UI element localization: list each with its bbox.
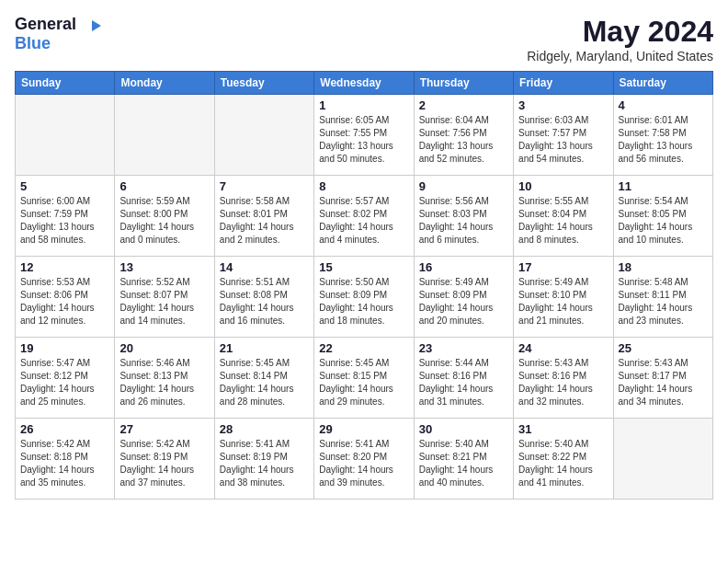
cell-w1-d6: 11 Sunrise: 5:54 AM Sunset: 8:05 PM Dayl… (613, 176, 712, 257)
day-daylight: Daylight: 14 hours and 26 minutes. (119, 383, 209, 408)
day-daylight: Daylight: 14 hours and 37 minutes. (119, 464, 209, 489)
day-number: 15 (319, 260, 408, 274)
day-sunset: Sunset: 8:16 PM (518, 370, 608, 383)
day-number: 28 (220, 422, 309, 436)
cell-w2-d3: 15 Sunrise: 5:50 AM Sunset: 8:09 PM Dayl… (314, 257, 414, 338)
header-wednesday: Wednesday (314, 72, 414, 95)
header-saturday: Saturday (613, 72, 712, 95)
week-row-2: 12 Sunrise: 5:53 AM Sunset: 8:06 PM Dayl… (16, 257, 713, 338)
day-daylight: Daylight: 14 hours and 23 minutes. (619, 302, 708, 327)
cell-w2-d1: 13 Sunrise: 5:52 AM Sunset: 8:07 PM Dayl… (115, 257, 214, 338)
day-number: 13 (119, 260, 209, 274)
cell-w3-d6: 25 Sunrise: 5:43 AM Sunset: 8:17 PM Dayl… (613, 338, 712, 419)
cell-w2-d2: 14 Sunrise: 5:51 AM Sunset: 8:08 PM Dayl… (214, 257, 313, 338)
day-daylight: Daylight: 13 hours and 58 minutes. (20, 221, 109, 247)
day-number: 11 (619, 179, 708, 193)
day-sunrise: Sunrise: 5:43 AM (619, 357, 708, 370)
day-sunrise: Sunrise: 5:49 AM (419, 276, 508, 289)
day-daylight: Daylight: 14 hours and 38 minutes. (220, 464, 309, 489)
day-sunrise: Sunrise: 5:58 AM (220, 195, 309, 208)
logo-icon (81, 18, 101, 33)
day-number: 4 (619, 98, 708, 112)
day-daylight: Daylight: 14 hours and 39 minutes. (319, 464, 408, 489)
day-daylight: Daylight: 14 hours and 16 minutes. (220, 302, 309, 327)
day-sunrise: Sunrise: 6:05 AM (319, 114, 408, 127)
cell-w2-d0: 12 Sunrise: 5:53 AM Sunset: 8:06 PM Dayl… (16, 257, 115, 338)
day-sunrise: Sunrise: 5:52 AM (119, 276, 209, 289)
day-number: 8 (319, 179, 408, 193)
cell-w1-d5: 10 Sunrise: 5:55 AM Sunset: 8:04 PM Dayl… (514, 176, 613, 257)
page-header: General Blue May 2024 Ridgely, Maryland,… (15, 15, 713, 63)
day-daylight: Daylight: 14 hours and 31 minutes. (419, 383, 508, 408)
header-thursday: Thursday (414, 72, 513, 95)
calendar-subtitle: Ridgely, Maryland, United States (527, 49, 713, 63)
day-daylight: Daylight: 14 hours and 32 minutes. (518, 383, 608, 408)
cell-w3-d1: 20 Sunrise: 5:46 AM Sunset: 8:13 PM Dayl… (115, 338, 214, 419)
cell-w0-d3: 1 Sunrise: 6:05 AM Sunset: 7:55 PM Dayli… (314, 95, 414, 176)
day-sunrise: Sunrise: 5:44 AM (419, 357, 508, 370)
day-sunset: Sunset: 7:59 PM (20, 208, 109, 221)
day-number: 2 (419, 98, 508, 112)
day-sunrise: Sunrise: 5:57 AM (319, 195, 408, 208)
day-sunset: Sunset: 8:16 PM (419, 370, 508, 383)
day-sunrise: Sunrise: 5:42 AM (119, 438, 209, 451)
day-daylight: Daylight: 14 hours and 10 minutes. (619, 221, 708, 247)
day-sunset: Sunset: 8:21 PM (419, 451, 508, 464)
day-sunset: Sunset: 8:17 PM (619, 370, 708, 383)
cell-w0-d1 (115, 95, 214, 176)
day-sunset: Sunset: 8:07 PM (119, 289, 209, 302)
day-daylight: Daylight: 14 hours and 4 minutes. (319, 221, 408, 247)
cell-w4-d2: 28 Sunrise: 5:41 AM Sunset: 8:19 PM Dayl… (214, 419, 313, 500)
day-sunrise: Sunrise: 5:53 AM (20, 276, 109, 289)
week-row-0: 1 Sunrise: 6:05 AM Sunset: 7:55 PM Dayli… (16, 95, 713, 176)
cell-w0-d4: 2 Sunrise: 6:04 AM Sunset: 7:56 PM Dayli… (414, 95, 513, 176)
day-sunset: Sunset: 8:04 PM (518, 208, 608, 221)
day-number: 1 (319, 98, 408, 112)
day-daylight: Daylight: 14 hours and 2 minutes. (220, 221, 309, 247)
day-sunrise: Sunrise: 5:46 AM (119, 357, 209, 370)
cell-w3-d0: 19 Sunrise: 5:47 AM Sunset: 8:12 PM Dayl… (16, 338, 115, 419)
svg-marker-0 (92, 20, 101, 31)
calendar-header-row: Sunday Monday Tuesday Wednesday Thursday… (16, 72, 713, 95)
cell-w3-d3: 22 Sunrise: 5:45 AM Sunset: 8:15 PM Dayl… (314, 338, 414, 419)
day-number: 23 (419, 341, 508, 355)
cell-w4-d6 (613, 419, 712, 500)
day-number: 31 (518, 422, 608, 436)
day-sunset: Sunset: 8:06 PM (20, 289, 109, 302)
day-number: 3 (518, 98, 608, 112)
cell-w2-d6: 18 Sunrise: 5:48 AM Sunset: 8:11 PM Dayl… (613, 257, 712, 338)
week-row-4: 26 Sunrise: 5:42 AM Sunset: 8:18 PM Dayl… (16, 419, 713, 500)
day-number: 10 (518, 179, 608, 193)
day-sunrise: Sunrise: 5:59 AM (119, 195, 209, 208)
day-sunset: Sunset: 8:05 PM (619, 208, 708, 221)
day-number: 6 (119, 179, 209, 193)
day-sunset: Sunset: 8:09 PM (419, 289, 508, 302)
calendar-title: May 2024 (527, 15, 713, 49)
day-number: 29 (319, 422, 408, 436)
day-number: 14 (220, 260, 309, 274)
cell-w4-d0: 26 Sunrise: 5:42 AM Sunset: 8:18 PM Dayl… (16, 419, 115, 500)
day-daylight: Daylight: 14 hours and 6 minutes. (419, 221, 508, 247)
day-number: 21 (220, 341, 309, 355)
header-monday: Monday (115, 72, 214, 95)
day-sunset: Sunset: 7:57 PM (518, 127, 608, 140)
day-sunrise: Sunrise: 6:04 AM (419, 114, 508, 127)
header-sunday: Sunday (16, 72, 115, 95)
day-number: 19 (20, 341, 109, 355)
day-sunrise: Sunrise: 5:49 AM (518, 276, 608, 289)
cell-w1-d0: 5 Sunrise: 6:00 AM Sunset: 7:59 PM Dayli… (16, 176, 115, 257)
cell-w0-d0 (16, 95, 115, 176)
day-sunrise: Sunrise: 5:41 AM (319, 438, 408, 451)
day-sunrise: Sunrise: 5:48 AM (619, 276, 708, 289)
day-number: 16 (419, 260, 508, 274)
day-sunset: Sunset: 8:14 PM (220, 370, 309, 383)
day-sunset: Sunset: 8:10 PM (518, 289, 608, 302)
title-block: May 2024 Ridgely, Maryland, United State… (527, 15, 713, 63)
cell-w4-d5: 31 Sunrise: 5:40 AM Sunset: 8:22 PM Dayl… (514, 419, 613, 500)
day-number: 5 (20, 179, 109, 193)
day-daylight: Daylight: 14 hours and 41 minutes. (518, 464, 608, 489)
day-number: 18 (619, 260, 708, 274)
day-daylight: Daylight: 14 hours and 21 minutes. (518, 302, 608, 327)
day-daylight: Daylight: 13 hours and 54 minutes. (518, 140, 608, 166)
day-sunset: Sunset: 8:20 PM (319, 451, 408, 464)
